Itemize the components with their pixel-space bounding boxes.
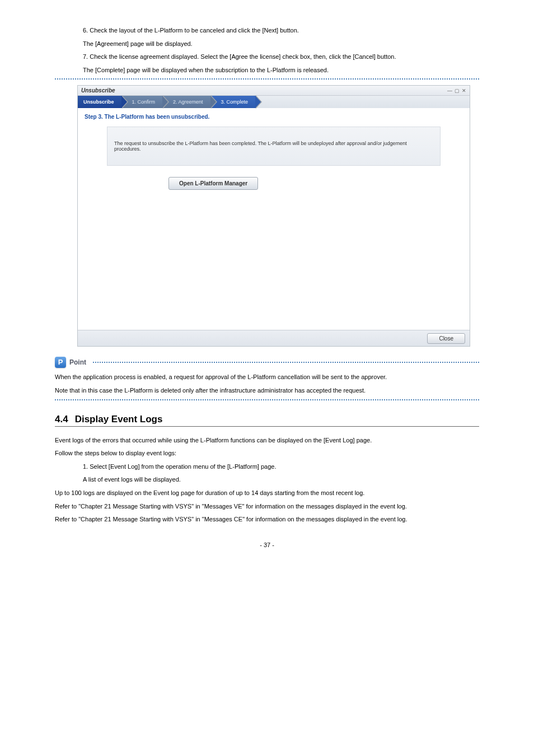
point-label: Point bbox=[69, 358, 86, 366]
open-lplatform-manager-button[interactable]: Open L-Platform Manager bbox=[168, 177, 258, 190]
wizard-steps: Unsubscribe 1. Confirm 2. Agreement 3. C… bbox=[78, 96, 470, 108]
intro-step-7: 7. Check the license agreement displayed… bbox=[83, 52, 479, 62]
screenshot-footer: Close bbox=[78, 330, 470, 346]
event-step-1: 1. Select [Event Log] from the operation… bbox=[83, 462, 479, 472]
event-p1: Event logs of the errors that occurred w… bbox=[55, 436, 479, 446]
point-divider bbox=[93, 362, 479, 363]
divider-top bbox=[55, 78, 479, 80]
maximize-icon[interactable]: ▢ bbox=[455, 88, 460, 94]
section-title: 4.4 Display Event Logs bbox=[55, 414, 479, 427]
intro-step-7b: The [Complete] page will be displayed wh… bbox=[83, 66, 479, 76]
point-divider-bottom bbox=[55, 399, 479, 400]
wizard-step-2[interactable]: 2. Agreement bbox=[163, 96, 211, 108]
window-title: Unsubscribe bbox=[81, 87, 115, 94]
event-step-1b: A list of event logs will be displayed. bbox=[83, 475, 479, 485]
intro-step-6b: The [Agreement] page will be displayed. bbox=[83, 39, 479, 49]
event-p3: Up to 100 logs are displayed on the Even… bbox=[55, 488, 479, 498]
close-icon[interactable]: ✕ bbox=[462, 88, 466, 94]
event-p4b: Refer to "Chapter 21 Message Starting wi… bbox=[55, 515, 479, 525]
wizard-step-title: Unsubscribe bbox=[78, 96, 122, 108]
close-button[interactable]: Close bbox=[427, 333, 465, 344]
minimize-icon[interactable]: — bbox=[447, 88, 452, 94]
point-text-2: Note that in this case the L-Platform is… bbox=[55, 386, 479, 396]
point-header: P Point bbox=[55, 357, 479, 368]
completion-message: The request to unsubscribe the L-Platfor… bbox=[107, 127, 441, 166]
screenshot-window: Unsubscribe — ▢ ✕ Unsubscribe 1. Confirm… bbox=[77, 85, 470, 347]
screenshot-content: Step 3. The L-Platform has been unsubscr… bbox=[78, 108, 470, 330]
event-p4a: Refer to "Chapter 21 Message Starting wi… bbox=[55, 502, 479, 512]
intro-step-6: 6. Check the layout of the L-Platform to… bbox=[83, 26, 479, 36]
window-titlebar: Unsubscribe — ▢ ✕ bbox=[78, 86, 470, 96]
window-controls: — ▢ ✕ bbox=[447, 88, 466, 94]
section-name: Display Event Logs bbox=[75, 414, 163, 425]
page-number: - 37 - bbox=[55, 542, 479, 548]
point-icon: P bbox=[55, 357, 66, 368]
point-text-1: When the application process is enabled,… bbox=[55, 372, 479, 382]
step-heading: Step 3. The L-Platform has been unsubscr… bbox=[85, 114, 463, 120]
wizard-step-3[interactable]: 3. Complete bbox=[211, 96, 256, 108]
section-number: 4.4 bbox=[55, 414, 68, 425]
wizard-step-1[interactable]: 1. Confirm bbox=[122, 96, 163, 108]
event-p2: Follow the steps below to display event … bbox=[55, 449, 479, 459]
